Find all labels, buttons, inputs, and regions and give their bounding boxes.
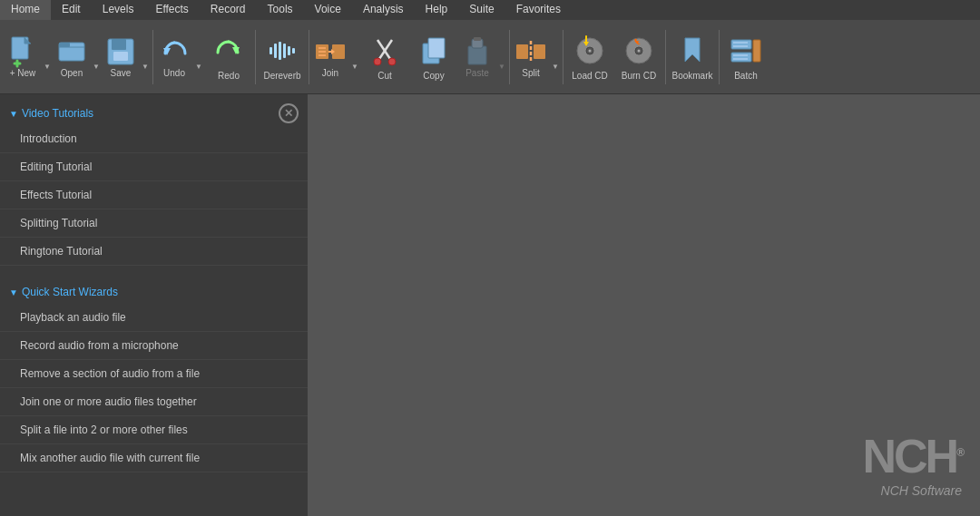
svg-marker-45 (685, 38, 700, 62)
separator-5 (563, 30, 564, 84)
undo-label: Undo (163, 68, 185, 78)
split-button-group[interactable]: Split ▼ (512, 24, 561, 91)
sidebar-item-effects-tutorial[interactable]: Effects Tutorial (0, 181, 308, 209)
save-dropdown-arrow[interactable]: ▼ (140, 24, 151, 91)
bookmark-label: Bookmark (671, 71, 712, 81)
undo-button-group[interactable]: Undo ▼ (155, 24, 204, 91)
save-label: Save (111, 68, 132, 78)
load-cd-label: Load CD (572, 71, 607, 81)
toolbar: + New ▼ Open ▼ (0, 20, 980, 94)
sidebar-item-editing-tutorial[interactable]: Editing Tutorial (0, 153, 308, 181)
nch-software-text: NCH Software (862, 483, 962, 498)
undo-dropdown-arrow[interactable]: ▼ (193, 24, 204, 91)
menu-suite[interactable]: Suite (458, 0, 505, 20)
cut-button[interactable]: Cut (360, 24, 409, 91)
copy-icon (416, 33, 452, 69)
join-button-group[interactable]: Join ▼ (311, 24, 360, 91)
open-button[interactable]: Open (53, 24, 91, 91)
sidebar-item-playback[interactable]: Playback an audio file (0, 304, 308, 332)
separator-3 (309, 30, 309, 84)
svg-point-38 (589, 50, 592, 53)
svg-point-44 (638, 50, 641, 53)
split-dropdown-arrow[interactable]: ▼ (550, 24, 561, 91)
svg-rect-33 (516, 44, 528, 59)
redo-button[interactable]: Redo (204, 24, 253, 91)
chevron-down-icon-2: ▼ (9, 287, 18, 297)
video-tutorials-header[interactable]: ▼ Video Tutorials ✕ (0, 102, 308, 125)
burn-cd-icon (621, 33, 657, 69)
open-button-group[interactable]: Open ▼ (53, 24, 102, 91)
svg-rect-32 (474, 37, 481, 41)
svg-rect-34 (534, 44, 545, 59)
sidebar-item-split-file[interactable]: Split a file into 2 or more other files (0, 416, 308, 444)
sidebar-item-ringtone-tutorial[interactable]: Ringtone Tutorial (0, 238, 308, 266)
burn-cd-button[interactable]: Burn CD (614, 24, 663, 91)
bookmark-button[interactable]: Bookmark (668, 24, 717, 91)
sidebar: ▼ Video Tutorials ✕ Introduction Editing… (0, 94, 309, 516)
close-button[interactable]: ✕ (279, 103, 299, 123)
dereverb-button[interactable]: Dereverb (258, 24, 307, 91)
new-button[interactable]: + New (4, 24, 42, 91)
separator-2 (255, 30, 256, 84)
paste-dropdown-arrow[interactable]: ▼ (496, 24, 507, 91)
svg-rect-46 (731, 40, 751, 49)
menu-levels[interactable]: Levels (92, 0, 145, 20)
menu-home[interactable]: Home (0, 0, 51, 20)
new-icon (6, 35, 39, 68)
save-button-group[interactable]: Save ▼ (102, 24, 151, 91)
video-tutorials-label: Video Tutorials (22, 107, 93, 120)
menu-help[interactable]: Help (415, 0, 459, 20)
paste-button[interactable]: Paste (458, 24, 496, 91)
video-tutorials-section: ▼ Video Tutorials ✕ Introduction Editing… (0, 102, 308, 266)
batch-label: Batch (734, 71, 758, 81)
split-button[interactable]: Split (512, 24, 550, 91)
paste-button-group[interactable]: Paste ▼ (458, 24, 507, 91)
load-cd-icon (572, 33, 608, 69)
svg-rect-48 (753, 40, 760, 62)
join-icon (314, 35, 347, 68)
svg-rect-8 (113, 52, 128, 61)
nch-trademark: ® (956, 446, 962, 459)
join-label: Join (322, 68, 338, 78)
nch-logo: NCH® NCH Software (862, 433, 962, 498)
menu-record[interactable]: Record (200, 0, 257, 20)
load-cd-button[interactable]: Load CD (565, 24, 614, 91)
split-label: Split (522, 68, 539, 78)
svg-rect-14 (283, 44, 286, 58)
dereverb-label: Dereverb (263, 71, 300, 81)
copy-button[interactable]: Copy (409, 24, 458, 91)
sidebar-item-splitting-tutorial[interactable]: Splitting Tutorial (0, 209, 308, 238)
menu-effects[interactable]: Effects (144, 0, 199, 20)
sidebar-item-introduction[interactable]: Introduction (0, 125, 308, 153)
svg-rect-16 (292, 48, 295, 54)
sidebar-item-mix[interactable]: Mix another audio file with current file (0, 444, 308, 472)
menu-analysis[interactable]: Analysis (352, 0, 415, 20)
svg-rect-29 (428, 38, 445, 58)
svg-rect-4 (59, 43, 70, 47)
separator-1 (152, 30, 153, 84)
join-dropdown-arrow[interactable]: ▼ (349, 24, 360, 91)
new-dropdown-arrow[interactable]: ▼ (42, 24, 53, 91)
menu-tools[interactable]: Tools (257, 0, 304, 20)
sidebar-item-remove-section[interactable]: Remove a section of audio from a file (0, 360, 308, 388)
batch-button[interactable]: Batch (721, 24, 770, 91)
undo-button[interactable]: Undo (155, 24, 193, 91)
sidebar-item-record[interactable]: Record audio from a microphone (0, 332, 308, 360)
cut-icon (367, 33, 403, 69)
svg-rect-12 (274, 44, 277, 58)
menu-voice[interactable]: Voice (304, 0, 352, 20)
save-button[interactable]: Save (102, 24, 140, 91)
new-button-group[interactable]: + New ▼ (4, 24, 53, 91)
separator-7 (719, 30, 720, 84)
menu-edit[interactable]: Edit (51, 0, 92, 20)
join-button[interactable]: Join (311, 24, 349, 91)
menu-favorites[interactable]: Favorites (505, 0, 572, 20)
separator-6 (665, 30, 666, 84)
open-dropdown-arrow[interactable]: ▼ (91, 24, 102, 91)
menu-bar: Home Edit Levels Effects Record Tools Vo… (0, 0, 980, 20)
sidebar-item-join[interactable]: Join one or more audio files together (0, 388, 308, 416)
quick-start-header[interactable]: ▼ Quick Start Wizards (0, 280, 308, 304)
svg-rect-7 (112, 39, 126, 50)
copy-label: Copy (423, 71, 444, 81)
main-area: NCH® NCH Software (309, 94, 980, 516)
